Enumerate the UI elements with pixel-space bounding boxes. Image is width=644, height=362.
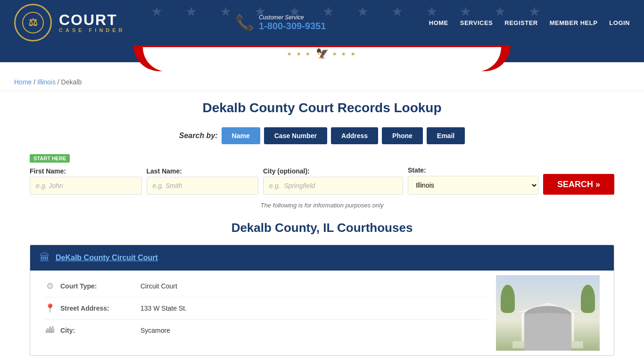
court-image-inner — [496, 275, 600, 351]
nav-home[interactable]: HOME — [429, 19, 448, 26]
form-row: First Name: Last Name: City (optional): … — [30, 166, 614, 195]
nav-services[interactable]: SERVICES — [460, 19, 493, 26]
court-image — [496, 275, 600, 351]
cs-text: Customer Service 1-800-309-9351 — [259, 14, 326, 32]
court-card-body: ⚙ Court Type: Circuit Court 📍 Street Add… — [30, 271, 614, 355]
lastname-group: Last Name: — [147, 167, 259, 195]
page-title: Dekalb County Court Records Lookup — [30, 100, 614, 115]
lastname-input[interactable] — [147, 177, 259, 195]
logo-subtitle-text: CASE FINDER — [59, 27, 125, 33]
detail-row-court-type: ⚙ Court Type: Circuit Court — [44, 275, 487, 297]
phone-icon: 📞 — [235, 14, 254, 32]
address-icon: 📍 — [44, 303, 56, 313]
cs-label: Customer Service — [259, 14, 326, 21]
customer-service: 📞 Customer Service 1-800-309-9351 — [235, 14, 326, 32]
address-value: 133 W State St. — [140, 304, 187, 312]
firstname-group: First Name: — [30, 167, 142, 195]
site-header: ⚖ COURT CASE FINDER 📞 Customer Service 1… — [0, 0, 644, 45]
search-by-row: Search by: Name Case Number Address Phon… — [30, 127, 614, 144]
state-group: State: Illinois — [408, 166, 538, 195]
svg-text:⚖: ⚖ — [28, 16, 38, 28]
tab-case-number[interactable]: Case Number — [264, 127, 327, 144]
search-button[interactable]: SEARCH » — [543, 174, 614, 195]
breadcrumb-sep1: / — [33, 78, 37, 86]
breadcrumb-state[interactable]: Illinois — [37, 78, 56, 86]
eagle-icon: 🦅 — [316, 48, 329, 60]
state-label: State: — [408, 166, 538, 174]
arch-eagle-emblem: ★ ★ ★ 🦅 ★ ★ ★ — [287, 48, 357, 60]
city-detail-value: Sycamore — [140, 327, 170, 334]
nav-login[interactable]: LOGIN — [609, 19, 630, 26]
firstname-label: First Name: — [30, 167, 142, 175]
main-content: Dekalb County Court Records Lookup Searc… — [16, 91, 628, 362]
arch-stars-left: ★ ★ ★ — [287, 51, 312, 57]
logo-emblem: ⚖ — [14, 4, 52, 41]
courthouse-icon: 🏛 — [40, 252, 50, 264]
court-type-label: Court Type: — [60, 282, 136, 290]
state-select[interactable]: Illinois — [408, 176, 538, 195]
city-detail-label: City: — [60, 327, 136, 334]
columns-row — [498, 313, 597, 341]
court-card-header: 🏛 DeKalb County Circuit Court — [30, 245, 614, 271]
court-type-icon: ⚙ — [44, 281, 56, 291]
tab-name[interactable]: Name — [222, 127, 260, 144]
cs-phone: 1-800-309-9351 — [259, 21, 326, 32]
start-here-badge: START HERE — [30, 154, 70, 163]
breadcrumb: Home / Illinois / Dekalb — [0, 74, 644, 91]
info-note: The following is for information purpose… — [30, 202, 614, 209]
breadcrumb-home[interactable]: Home — [14, 78, 32, 86]
firstname-input[interactable] — [30, 177, 142, 195]
search-form-section: START HERE First Name: Last Name: City (… — [30, 154, 614, 195]
city-label: City (optional): — [263, 167, 403, 175]
banner-arch: ★ ★ ★ 🦅 ★ ★ ★ — [0, 45, 644, 74]
nav-register[interactable]: REGISTER — [504, 19, 537, 26]
address-label: Street Address: — [60, 304, 136, 312]
court-name-link[interactable]: DeKalb County Circuit Court — [56, 254, 158, 262]
tab-phone[interactable]: Phone — [382, 127, 423, 144]
detail-row-address: 📍 Street Address: 133 W State St. — [44, 297, 487, 320]
nav-member-help[interactable]: MEMBER HELP — [550, 19, 598, 26]
court-details: ⚙ Court Type: Circuit Court 📍 Street Add… — [44, 275, 487, 351]
courthouses-title: Dekalb County, IL Courthouses — [30, 221, 614, 235]
arch-stars-right: ★ ★ ★ — [332, 51, 357, 57]
breadcrumb-sep2: / — [58, 78, 61, 86]
logo-area: ⚖ COURT CASE FINDER — [14, 4, 132, 41]
lastname-label: Last Name: — [147, 167, 259, 175]
tab-email[interactable]: Email — [427, 127, 465, 144]
logo-text: COURT CASE FINDER — [52, 8, 132, 37]
court-type-value: Circuit Court — [140, 282, 177, 290]
court-card: 🏛 DeKalb County Circuit Court ⚙ Court Ty… — [30, 245, 614, 356]
city-input[interactable] — [263, 177, 403, 195]
breadcrumb-county: Dekalb — [61, 78, 82, 86]
city-group: City (optional): — [263, 167, 403, 195]
tab-address[interactable]: Address — [331, 127, 378, 144]
city-icon: 🏙 — [44, 325, 56, 335]
detail-row-city: 🏙 City: Sycamore — [44, 320, 487, 341]
search-by-label: Search by: — [179, 132, 218, 140]
main-nav: HOME SERVICES REGISTER MEMBER HELP LOGIN — [429, 19, 630, 26]
logo-court-text: COURT — [59, 12, 117, 27]
